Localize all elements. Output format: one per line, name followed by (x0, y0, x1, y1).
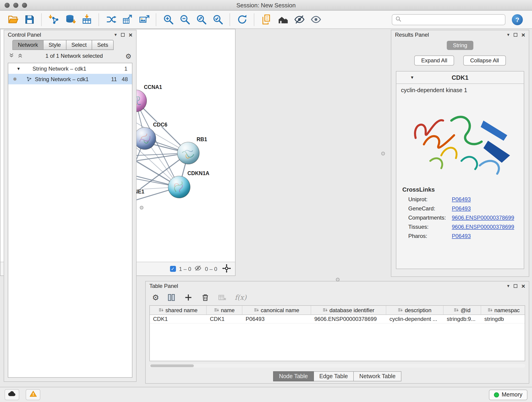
network-row[interactable]: String Network – cdk1 11 48 (8, 74, 132, 84)
network-collection-row[interactable]: ▼ String Network – cdk1 1 (8, 63, 132, 74)
crosslink-link[interactable]: 9606.ENSP00000378699 (452, 215, 514, 221)
column-header--id[interactable]: @id (443, 306, 481, 314)
table-horizontal-scrollbar[interactable] (149, 364, 525, 368)
network-node-rb1[interactable]: RB1 (177, 136, 207, 164)
string-network-icon (26, 76, 32, 82)
collapse-all-icon[interactable] (9, 52, 14, 59)
search-icon (395, 16, 401, 23)
tab-string[interactable]: String (447, 41, 473, 50)
table-cell: CDK1 (207, 315, 242, 323)
tab-edge-table[interactable]: Edge Table (314, 371, 354, 381)
zoom-fit-button[interactable] (193, 12, 209, 27)
import-network-file-button[interactable] (45, 12, 62, 27)
splitter-handle[interactable] (381, 152, 385, 155)
search-input[interactable] (404, 16, 502, 23)
delete-table-icon-disabled (218, 293, 227, 302)
crosslink-label: GeneCard: (408, 205, 452, 212)
copy-document-button[interactable] (258, 12, 274, 27)
scrollbar-thumb[interactable] (150, 364, 194, 367)
show-columns-icon[interactable] (167, 293, 176, 302)
crosslinks-list: Uniprot:P06493GeneCard:P06493Compartment… (396, 195, 524, 241)
export-network-button[interactable] (119, 12, 136, 27)
import-table-button[interactable] (78, 12, 95, 27)
zoom-selected-button[interactable] (209, 12, 226, 27)
export-image-button[interactable] (136, 12, 152, 27)
import-network-database-button[interactable] (62, 12, 78, 27)
node-count: 11 (111, 76, 117, 82)
function-builder-icon[interactable]: f(x) (235, 293, 247, 302)
tab-style[interactable]: Style (44, 40, 66, 50)
crosslink-link[interactable]: P06493 (452, 233, 471, 239)
network-node-cdc6[interactable]: CDC6 (134, 122, 167, 149)
node-label: RB1 (196, 136, 207, 142)
network-node-cdkn1a[interactable]: CDKN1A (168, 170, 209, 198)
panel-close-icon[interactable]: × (521, 32, 525, 38)
panel-float-icon[interactable] (514, 33, 517, 37)
table-settings-icon[interactable]: ⚙ (152, 294, 159, 301)
crosslink-link[interactable]: 9606.ENSP00000378699 (452, 224, 514, 230)
open-session-button[interactable] (5, 12, 21, 27)
memory-button[interactable]: Memory (489, 389, 527, 400)
panel-menu-icon[interactable]: ▾ (507, 32, 510, 37)
hidden-eye-icon[interactable] (195, 264, 202, 273)
column-header-canonical-name[interactable]: canonical name (242, 306, 311, 314)
crosslink-link[interactable]: P06493 (452, 205, 471, 212)
expand-all-icon[interactable] (17, 52, 23, 59)
column-header-namespac[interactable]: namespac (481, 306, 525, 314)
cloud-status-button[interactable] (5, 389, 19, 400)
add-column-icon[interactable] (184, 293, 193, 302)
toolbar-separator (156, 13, 156, 26)
panel-menu-icon[interactable]: ▾ (507, 284, 510, 288)
network-label: String Network – cdk1 (35, 76, 89, 82)
eye-slash-icon (293, 14, 305, 25)
crosslink-label: Uniprot: (408, 196, 452, 203)
delete-column-icon[interactable] (201, 293, 210, 302)
table-cell: stringdb:9... (443, 315, 481, 323)
show-results-button[interactable] (307, 12, 324, 27)
column-header-shared-name[interactable]: shared name (150, 306, 207, 314)
splitter-handle[interactable] (140, 206, 143, 210)
tab-select[interactable]: Select (66, 40, 92, 50)
panel-menu-icon[interactable]: ▾ (114, 32, 117, 37)
main-toolbar: ? (0, 11, 532, 29)
panel-float-icon[interactable] (121, 33, 125, 37)
move-tool-icon[interactable] (222, 264, 231, 274)
expand-all-button[interactable]: Expand All (414, 56, 454, 65)
crosslink-row: Tissues:9606.ENSP00000378699 (396, 222, 524, 231)
node-table: shared namenamecanonical namedatabase id… (149, 305, 525, 361)
panel-close-icon[interactable]: × (129, 32, 133, 38)
table-cell: 9606.ENSP00000378699 (311, 315, 386, 323)
hide-results-button[interactable] (291, 12, 307, 27)
zoom-out-button[interactable] (177, 12, 193, 27)
apply-layout-button[interactable] (234, 12, 250, 27)
zoom-in-button[interactable] (160, 12, 177, 27)
tab-network[interactable]: Network (12, 40, 44, 50)
hidden-node-edge-count: 0 – 0 (205, 266, 217, 272)
search-field[interactable] (392, 14, 505, 25)
tab-sets[interactable]: Sets (92, 40, 114, 50)
column-header-description[interactable]: description (386, 306, 443, 314)
edge-count: 48 (122, 76, 128, 82)
table-body: CDK1CDK1P064939606.ENSP00000378699cyclin… (150, 315, 525, 324)
gear-icon[interactable]: ⚙ (125, 52, 132, 59)
crosslink-link[interactable]: P06493 (452, 196, 471, 203)
tree-expand-icon[interactable]: ▼ (17, 66, 21, 71)
gene-header[interactable]: ▼ CDK1 (396, 71, 524, 84)
column-header-name[interactable]: name (207, 306, 242, 314)
table-panel: Table Panel ▾ × ⚙ f(x) shared namenameca… (145, 281, 529, 384)
panel-float-icon[interactable] (514, 284, 517, 288)
tab-node-table[interactable]: Node Table (273, 371, 314, 381)
save-session-button[interactable] (21, 12, 38, 27)
home-button[interactable] (274, 12, 291, 27)
warnings-button[interactable] (26, 389, 40, 400)
selected-checkbox-icon[interactable]: ✓ (170, 266, 176, 272)
table-row[interactable]: CDK1CDK1P064939606.ENSP00000378699cyclin… (150, 315, 525, 324)
tab-network-table[interactable]: Network Table (354, 371, 401, 381)
column-header-database-identifier[interactable]: database identifier (311, 306, 386, 314)
help-button[interactable]: ? (512, 14, 523, 25)
splitter-handle[interactable] (336, 278, 340, 281)
panel-close-icon[interactable]: × (521, 283, 525, 289)
collapse-section-icon[interactable]: ▼ (410, 75, 414, 80)
collapse-all-button[interactable]: Collapse All (463, 56, 506, 65)
first-neighbors-button[interactable] (103, 12, 119, 27)
